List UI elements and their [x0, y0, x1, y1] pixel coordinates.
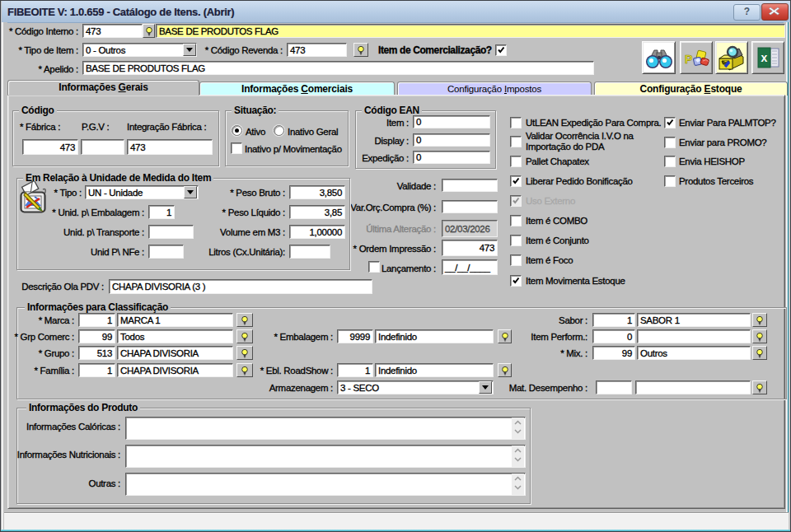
svg-text:x: x [761, 51, 768, 64]
svg-text:P: P [685, 53, 692, 66]
